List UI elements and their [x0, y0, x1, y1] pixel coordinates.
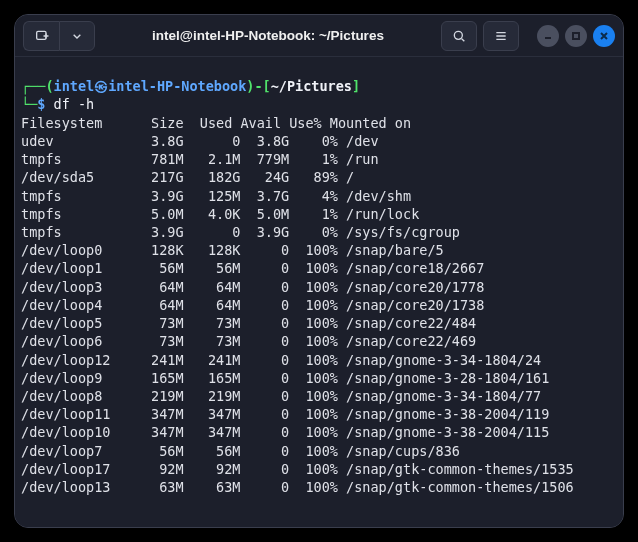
svg-rect-0 [36, 31, 45, 39]
minimize-icon [543, 31, 553, 41]
prompt-userhost: intel㉿intel-HP-Notebook [54, 78, 247, 94]
close-icon [599, 31, 609, 41]
new-tab-button[interactable] [23, 21, 59, 51]
header-actions [441, 21, 615, 51]
df-output-block: Filesystem Size Used Avail Use% Mounted … [21, 115, 574, 495]
tab-controls [23, 21, 95, 51]
search-button[interactable] [441, 21, 477, 51]
command-text: df -h [54, 96, 95, 112]
hamburger-icon [493, 28, 509, 44]
tab-dropdown-button[interactable] [59, 21, 95, 51]
minimize-button[interactable] [537, 25, 559, 47]
titlebar: intel@intel-HP-Notebook: ~/Pictures [15, 15, 623, 57]
prompt-path: ~/Pictures [271, 78, 352, 94]
terminal-window: intel@intel-HP-Notebook: ~/Pictures ┌──(… [14, 14, 624, 528]
maximize-button[interactable] [565, 25, 587, 47]
close-button[interactable] [593, 25, 615, 47]
search-icon [451, 28, 467, 44]
new-tab-icon [34, 28, 50, 44]
menu-button[interactable] [483, 21, 519, 51]
chevron-down-icon [69, 28, 85, 44]
maximize-icon [571, 31, 581, 41]
svg-rect-2 [573, 33, 579, 39]
terminal-output[interactable]: ┌──(intel㉿intel-HP-Notebook)-[~/Pictures… [15, 57, 623, 527]
svg-point-1 [454, 31, 462, 39]
window-title: intel@intel-HP-Notebook: ~/Pictures [101, 28, 435, 43]
